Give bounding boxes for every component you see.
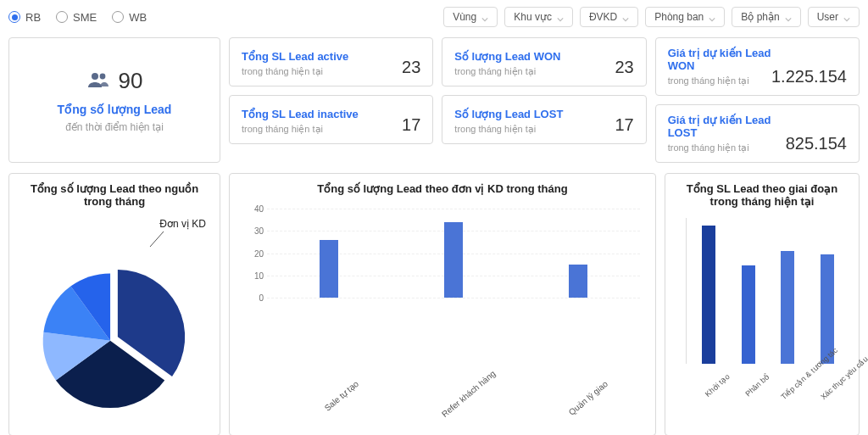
stat-lost: Số lượng Lead LOST trong tháng hiện tại … [442, 95, 646, 144]
x-label: Sale tự tạo [315, 379, 385, 435]
filter-bophan-label: Bộ phận [741, 11, 779, 23]
stat-active-sub: trong tháng hiện tại [242, 66, 348, 77]
stat-won: Số lượng Lead WON trong tháng hiện tại 2… [442, 37, 646, 86]
radio-sme[interactable]: SME [56, 11, 97, 24]
hero-subtitle: đến thời điểm hiện tại [65, 121, 164, 133]
stat-won-val-sub: trong tháng hiện tại [668, 75, 771, 86]
pie-chart: Đơn vị KD [18, 213, 211, 427]
stat-won-val-title: Giá trị dự kiến Lead WON [668, 47, 771, 72]
x-label: Xác thực yêu cầu [819, 372, 868, 432]
stat-inactive-value: 17 [402, 115, 420, 135]
y-tick: 40 [243, 204, 264, 214]
filter-vung-label: Vùng [453, 11, 476, 23]
stat-won-val-value: 1.225.154 [771, 67, 847, 86]
filter-khuvuc-label: Khu vực [514, 11, 552, 23]
x-label: Quản lý giao [565, 379, 634, 435]
filter-phongban-label: Phòng ban [654, 11, 704, 23]
chevron-down-icon [843, 14, 850, 20]
chevron-down-icon [622, 14, 629, 20]
bar-chart: 010203040 [238, 200, 647, 364]
stat-lost-val-title: Giá trị dự kiến Lead LOST [668, 114, 786, 139]
pie-panel: Tổng số lượng Lead theo nguồn trong thán… [8, 173, 220, 435]
stat-lost-val-sub: trong tháng hiện tại [668, 142, 786, 153]
filter-khuvuc[interactable]: Khu vực [504, 7, 573, 27]
pie-title: Tổng số lượng Lead theo nguồn trong thán… [18, 182, 211, 208]
chevron-down-icon [557, 14, 564, 20]
stat-inactive-title: Tổng SL Lead inactive [242, 108, 359, 120]
stat-lost-val-value: 825.154 [786, 134, 847, 153]
pie-annotation: Đơn vị KD [159, 218, 206, 230]
radio-sme-label: SME [73, 11, 97, 24]
filter-vung[interactable]: Vùng [443, 7, 498, 27]
y-tick: 30 [243, 226, 264, 236]
hero-value: 90 [119, 68, 143, 94]
stat-active: Tổng SL Lead active trong tháng hiện tại… [229, 37, 433, 86]
chevron-down-icon [785, 14, 792, 20]
chevron-down-icon [709, 14, 715, 20]
stat-inactive-sub: trong tháng hiện tại [242, 124, 359, 135]
svg-point-0 [92, 73, 98, 80]
bar [444, 222, 463, 298]
x-label: Refer khách hàng [440, 379, 509, 435]
filter-user-label: User [817, 11, 838, 23]
svg-point-1 [99, 73, 105, 79]
hero-card: 90 Tổng số lượng Lead đến thời điểm hiện… [8, 37, 220, 163]
stat-won-title: Số lượng Lead WON [454, 50, 560, 63]
filter-bophan[interactable]: Bộ phận [732, 7, 800, 27]
stage-title: Tổng SL Lead theo giai đoạn trong tháng … [674, 182, 850, 208]
y-tick: 10 [243, 270, 264, 280]
hero-title: Tổng số lượng Lead [58, 103, 172, 116]
bar [742, 265, 755, 364]
stat-won-sub: trong tháng hiện tại [454, 66, 560, 77]
radio-rb[interactable]: RB [8, 11, 41, 24]
y-tick: 0 [243, 293, 264, 303]
chevron-down-icon [481, 14, 488, 20]
stat-won-val: Giá trị dự kiến Lead WON trong tháng hiệ… [655, 37, 860, 96]
stat-active-value: 23 [402, 58, 420, 77]
stat-active-title: Tổng SL Lead active [242, 50, 348, 63]
filter-user[interactable]: User [808, 7, 860, 27]
stat-lost-val: Giá trị dự kiến Lead LOST trong tháng hi… [655, 104, 860, 163]
bar [569, 265, 587, 298]
filter-dvkd-label: ĐVKD [589, 11, 617, 23]
top-bar: RB SME WB Vùng Khu vực ĐVKD Phòng ban Bộ [8, 7, 860, 27]
radio-wb[interactable]: WB [112, 11, 147, 24]
stat-lost-value: 17 [615, 115, 633, 135]
filter-bar: Vùng Khu vực ĐVKD Phòng ban Bộ phận User [443, 7, 860, 27]
stat-lost-sub: trong tháng hiện tại [454, 124, 563, 135]
filter-dvkd[interactable]: ĐVKD [580, 7, 638, 27]
bar-title: Tổng số lượng Lead theo đơn vị KD trong … [238, 182, 647, 195]
stats-row: 90 Tổng số lượng Lead đến thời điểm hiện… [8, 37, 860, 163]
users-icon [86, 71, 110, 91]
stat-inactive: Tổng SL Lead inactive trong tháng hiện t… [229, 95, 433, 144]
charts-row: Tổng số lượng Lead theo nguồn trong thán… [8, 173, 860, 435]
filter-phongban[interactable]: Phòng ban [645, 7, 725, 27]
stat-lost-title: Số lượng Lead LOST [454, 108, 563, 120]
radio-wb-label: WB [129, 11, 147, 24]
stat-won-value: 23 [615, 58, 633, 77]
y-tick: 20 [243, 248, 264, 258]
bar [702, 226, 715, 364]
bar-panel: Tổng số lượng Lead theo đơn vị KD trong … [229, 173, 656, 435]
stage-chart: Khởi tạoPhân bổTiếp cận & tương tácXác t… [674, 213, 850, 427]
segment-radios: RB SME WB [8, 11, 147, 24]
bar [781, 251, 794, 364]
bar [320, 240, 338, 298]
stage-panel: Tổng SL Lead theo giai đoạn trong tháng … [665, 173, 860, 435]
radio-rb-label: RB [25, 11, 41, 24]
